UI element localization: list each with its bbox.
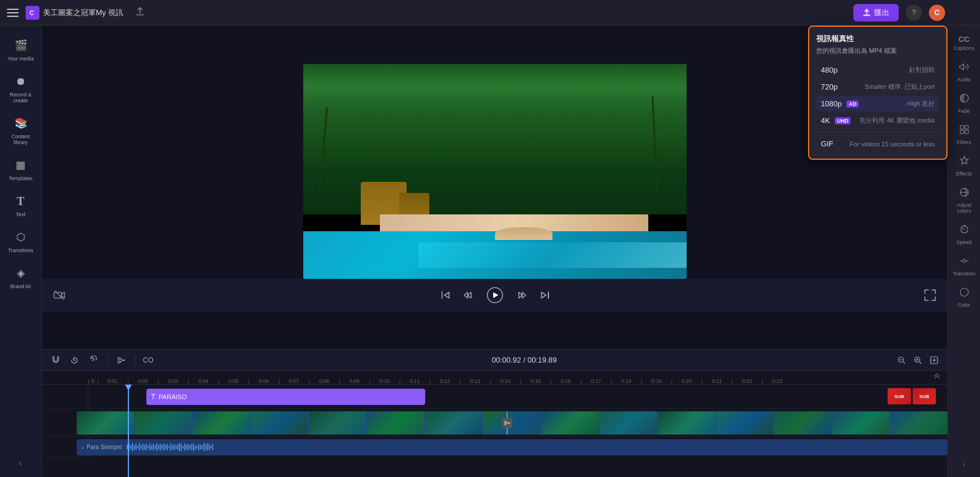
svg-point-14	[505, 423, 507, 425]
waveform-bar	[205, 444, 206, 450]
sidebar-item-content-library[interactable]: 📚 Contentlibrary	[3, 110, 38, 150]
split-icon	[502, 418, 512, 428]
skip-forward-button[interactable]	[539, 290, 550, 300]
waveform-bar	[167, 444, 168, 450]
zoom-controls	[895, 354, 940, 367]
text-clip-paraiso[interactable]: T PARAISO	[146, 389, 425, 405]
svg-rect-18	[960, 130, 964, 134]
waveform-bar	[175, 445, 177, 449]
waveform-bar	[207, 443, 208, 451]
waveform-bar	[128, 443, 130, 451]
user-avatar[interactable]: C	[929, 5, 945, 21]
help-icon[interactable]: ?	[906, 5, 922, 21]
timeline-scissors-button[interactable]	[114, 353, 128, 367]
help-label: ?	[911, 8, 916, 17]
export-option-4k[interactable]: 4K UHD 充分利用 4K 瀏覽他 media	[816, 113, 939, 128]
camera-toggle-button[interactable]	[53, 289, 65, 301]
waveform-bar	[134, 445, 135, 450]
brand-kit-icon: ◈	[13, 265, 29, 281]
ruler-mark: 0:17	[581, 371, 611, 384]
timeline-redo-button[interactable]	[86, 353, 100, 367]
video-thumb-13	[774, 411, 831, 435]
video-track-row	[42, 409, 947, 437]
effects-label: Effects	[956, 171, 972, 177]
sidebar-label-your-media: Your media	[8, 56, 34, 62]
play-button[interactable]	[484, 285, 505, 306]
video-thumb-2	[135, 411, 192, 435]
waveform-bar	[158, 444, 159, 450]
sidebar-right-adjust-colors[interactable]: Adjustcolors	[950, 182, 978, 218]
sidebar-item-templates[interactable]: ▦ Templates	[3, 152, 38, 186]
sidebar-right-speed[interactable]: Speed	[950, 220, 978, 250]
sidebar-right-effects[interactable]: Effects	[950, 151, 978, 181]
sidebar-right-filters[interactable]: Filters	[950, 120, 978, 150]
templates-icon: ▦	[13, 157, 29, 173]
video-thumb-12	[716, 411, 773, 435]
transition-label: Transition	[953, 271, 975, 277]
sidebar-label-record-create: Record &create	[10, 92, 32, 103]
zoom-in-button[interactable]	[911, 354, 924, 367]
logo-icon: C	[26, 6, 40, 20]
export-option-720p[interactable]: 720p Smaller 標準. 已知上port	[816, 79, 939, 95]
sidebar-item-brand-kit[interactable]: ◈ Brand kit	[3, 260, 38, 294]
waveform-bar	[184, 443, 185, 451]
subtitle-label-2: SUB	[920, 394, 929, 399]
subtitle-clip-2[interactable]: SUB	[913, 388, 936, 404]
waveform-bar	[174, 444, 175, 450]
upload-icon	[135, 6, 145, 17]
sidebar-right-captions[interactable]: CC Captions	[950, 30, 978, 56]
gif-description: For videos 15 seconds or less	[850, 141, 935, 148]
left-sidebar: 🎬 Your media ⏺ Record &create 📚 Contentl…	[0, 26, 42, 477]
sidebar-right-fade[interactable]: Fade	[950, 88, 978, 119]
timeline-expand-button[interactable]	[931, 371, 943, 382]
upload-icon-area	[135, 6, 145, 19]
ruler-mark: 0:18	[611, 371, 641, 384]
ruler-mark: 0:07	[279, 371, 309, 384]
zoom-out-button[interactable]	[895, 354, 908, 367]
menu-icon[interactable]	[7, 7, 19, 19]
fit-timeline-button[interactable]	[928, 354, 940, 367]
subtitle-clip-1[interactable]: SUB	[888, 388, 911, 404]
ruler-marks: 0 0:01 0:02 0:03 0:04 0:05 0:06 0:07 0:0…	[88, 371, 792, 384]
fade-label: Fade	[958, 108, 970, 114]
fullscreen-button[interactable]	[924, 289, 936, 301]
export-dropdown: 視訊報真性 您的視訊會匯出為 MP4 檔案 480p 針對韻助 720p Sma…	[808, 26, 947, 160]
sidebar-item-text[interactable]: T Text	[3, 188, 38, 222]
transitions-icon: ⬡	[13, 229, 29, 245]
rewind-button[interactable]	[462, 290, 473, 300]
skip-back-button[interactable]	[440, 290, 451, 300]
forward-button[interactable]	[517, 290, 527, 300]
resolution-720p: 720p	[821, 83, 838, 91]
ruler-mark: 0:13	[460, 371, 490, 384]
waveform-bar	[172, 445, 173, 450]
waveform-bar	[189, 445, 191, 449]
sidebar-right-audio[interactable]: Audio	[950, 57, 978, 87]
sidebar-right-transition[interactable]: Transition	[950, 251, 978, 281]
description-720p: Smaller 標準. 已知上port	[865, 83, 935, 91]
export-option-480p[interactable]: 480p 針對韻助	[816, 62, 939, 78]
export-option-gif[interactable]: GIF For videos 15 seconds or less	[816, 136, 939, 152]
adjust-colors-icon	[959, 187, 970, 200]
timeline-undo-button[interactable]	[67, 353, 81, 367]
sidebar-collapse-button[interactable]: ‹	[14, 456, 28, 470]
export-option-1080p[interactable]: 1080p AD High 友好	[816, 96, 939, 112]
sidebar-item-record-create[interactable]: ⏺ Record &create	[3, 69, 38, 108]
waveform-bar	[135, 444, 137, 450]
timeline-magnet-button[interactable]	[49, 353, 63, 367]
waveform-bar	[142, 444, 143, 451]
waveform-bar	[130, 445, 131, 449]
description-480p: 針對韻助	[909, 66, 935, 74]
waveform-bar	[170, 443, 171, 451]
right-sidebar-collapse-button[interactable]: ›	[959, 456, 969, 472]
sidebar-item-transitions[interactable]: ⬡ Transitions	[3, 224, 38, 258]
ruler-mark: 0:12	[430, 371, 460, 384]
sidebar-label-text: Text	[16, 211, 26, 217]
export-button[interactable]: 匯出	[853, 4, 899, 21]
music-icon: ♪	[81, 444, 84, 450]
export-icon	[863, 9, 871, 17]
video-clip[interactable]	[77, 411, 947, 435]
sidebar-right-color[interactable]: Color	[950, 282, 978, 313]
audio-clip[interactable]: ♪ Para Siempre	[77, 439, 947, 456]
media-icon: 🎬	[13, 37, 29, 53]
sidebar-item-your-media[interactable]: 🎬 Your media	[3, 33, 38, 66]
